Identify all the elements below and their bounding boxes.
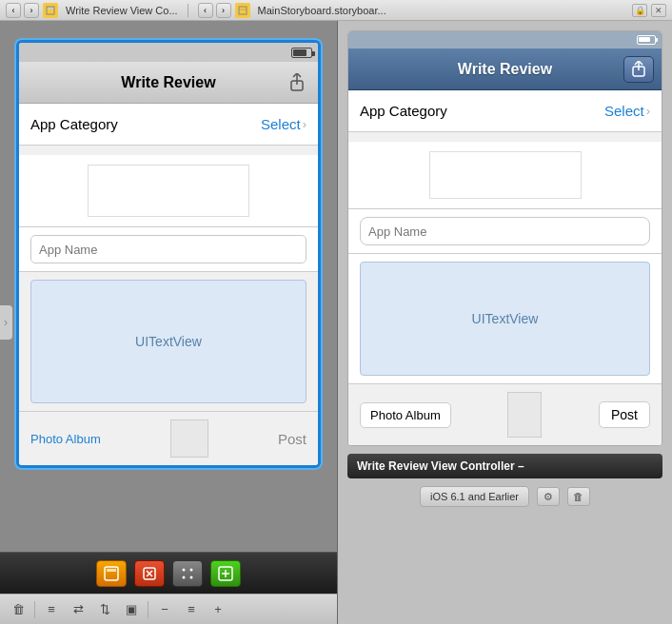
ios-version-row: iOS 6.1 and Earlier ⚙ 🗑	[347, 486, 662, 507]
nav-forward-right[interactable]: ›	[216, 3, 231, 18]
close-tab-btn[interactable]: ✕	[651, 4, 666, 17]
toolbar-btn-4[interactable]	[210, 560, 241, 587]
controller-label: Write Review View Controller –	[347, 454, 662, 478]
thumbnail-left	[170, 419, 208, 458]
list-icon[interactable]: ≡	[41, 599, 62, 620]
trash-icon[interactable]: 🗑	[8, 599, 29, 620]
image-placeholder-right	[348, 142, 662, 209]
uitextview-label-left: UITextView	[135, 334, 202, 349]
status-bar-left	[19, 43, 318, 62]
navbar-right: Write Review	[348, 49, 662, 90]
status-bar-right	[348, 31, 662, 49]
left-tab-icon	[43, 3, 58, 18]
app-category-row-right[interactable]: App Category Select ›	[348, 90, 662, 132]
svg-point-11	[190, 568, 193, 571]
lock-icon[interactable]: 🔒	[632, 4, 647, 17]
left-handle[interactable]: ›	[0, 305, 12, 340]
nav-back-left[interactable]: ‹	[6, 3, 21, 18]
ios-setting-icon[interactable]: ⚙	[537, 487, 560, 506]
appname-input-right[interactable]	[360, 217, 650, 245]
right-tab-title: MainStoryboard.storyboar...	[258, 5, 386, 16]
bottom-row-left: Photo Album Post	[19, 411, 318, 465]
appname-row-left	[19, 227, 318, 272]
select-label-right: Select	[604, 103, 644, 119]
iconbar-sep-2	[148, 601, 148, 618]
image-placeholder-left	[19, 155, 318, 227]
navbar-left: Write Review	[19, 62, 318, 104]
chevron-right: ›	[646, 104, 650, 118]
image-box-left	[88, 165, 249, 217]
battery-icon-left	[291, 48, 312, 58]
share-btn-left[interactable]	[284, 69, 310, 96]
appname-row-right	[348, 209, 662, 254]
app-category-label-left: App Category	[30, 116, 118, 132]
iphone-right: Write Review App Category Select ›	[347, 30, 662, 446]
svg-rect-6	[107, 569, 116, 572]
appname-input-left[interactable]	[30, 235, 306, 263]
bottom-row-right: Photo Album Post	[348, 383, 662, 445]
post-btn-left[interactable]: Post	[278, 431, 306, 447]
select-action-right[interactable]: Select ›	[604, 103, 650, 119]
device-container-left: Write Review App Category Select ›	[0, 21, 337, 552]
chevron-left: ›	[303, 117, 306, 131]
select-action-left[interactable]: Select ›	[261, 116, 306, 132]
main-content: › Write Review	[0, 21, 672, 624]
toolbar-btn-2[interactable]	[134, 560, 165, 587]
svg-point-10	[183, 568, 186, 571]
iconbar-sep-1	[34, 601, 35, 618]
section-gap-1-left	[19, 146, 318, 155]
svg-point-13	[190, 575, 193, 578]
ios-trash-icon[interactable]: 🗑	[567, 487, 590, 506]
photo-album-btn-left[interactable]: Photo Album	[30, 432, 101, 446]
nav-back-right[interactable]: ‹	[198, 3, 213, 18]
right-panel: Write Review App Category Select ›	[338, 21, 672, 624]
app-category-label-right: App Category	[360, 103, 447, 119]
toolbar-btn-3[interactable]	[172, 560, 203, 587]
uitextview-box-right: UITextView	[360, 262, 650, 376]
iphone-left: Write Review App Category Select ›	[16, 40, 321, 468]
zoom-out-icon[interactable]: −	[154, 599, 175, 620]
uitextview-label-right: UITextView	[472, 311, 539, 326]
bottom-iconbar: 🗑 ≡ ⇄ ⇅ ▣ − ≡ +	[0, 594, 337, 624]
left-tab-title: Write Review View Co...	[66, 5, 178, 16]
uitextview-box-left: UITextView	[30, 280, 306, 403]
battery-icon-right	[637, 35, 656, 45]
select-label-left: Select	[261, 116, 301, 132]
swap-h-icon[interactable]: ⇄	[68, 599, 89, 620]
top-bar: ‹ › Write Review View Co... ‹ › MainStor…	[0, 0, 672, 21]
photo-album-btn-right[interactable]: Photo Album	[360, 402, 451, 428]
navbar-title-right: Write Review	[458, 61, 552, 78]
ios-version-btn[interactable]: iOS 6.1 and Earlier	[420, 486, 529, 507]
tab-separator	[188, 4, 188, 17]
grid-icon[interactable]: ▣	[121, 599, 142, 620]
post-btn-right[interactable]: Post	[599, 401, 650, 428]
swap-v-icon[interactable]: ⇅	[94, 599, 115, 620]
controller-label-text: Write Review View Controller –	[357, 459, 524, 473]
svg-rect-1	[48, 8, 53, 10]
svg-point-12	[183, 575, 186, 578]
toolbar-btn-1[interactable]	[96, 560, 127, 587]
right-nav-group: ‹ ›	[198, 3, 231, 18]
section-gap-1-right	[348, 132, 662, 142]
svg-rect-2	[239, 7, 247, 14]
left-nav-group: ‹ ›	[6, 3, 39, 18]
navbar-title-left: Write Review	[121, 74, 215, 91]
left-panel: › Write Review	[0, 21, 338, 624]
left-toolbar	[0, 552, 337, 594]
share-btn-right[interactable]	[623, 56, 654, 83]
thumbnail-right	[507, 392, 542, 438]
app-category-row-left[interactable]: App Category Select ›	[19, 104, 318, 146]
right-tab-icon	[235, 3, 250, 18]
nav-forward-left[interactable]: ›	[24, 3, 39, 18]
zoom-in-icon[interactable]: +	[208, 599, 228, 620]
zoom-reset-icon[interactable]: ≡	[181, 599, 202, 620]
image-box-right	[429, 151, 582, 199]
